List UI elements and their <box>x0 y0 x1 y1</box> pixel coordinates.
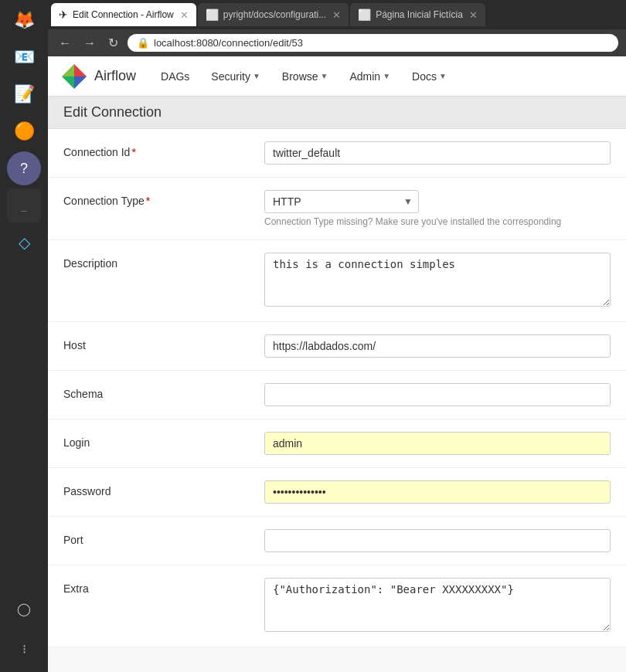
url-text: localhost:8080/connection/edit/53 <box>154 37 303 49</box>
url-bar[interactable]: 🔒 localhost:8080/connection/edit/53 <box>128 34 618 52</box>
description-field: this is a connection simples <box>264 253 611 309</box>
password-input[interactable] <box>264 480 611 504</box>
reload-button[interactable]: ↻ <box>105 34 121 52</box>
password-label: Password <box>63 480 264 497</box>
airflow-logo-text: Airflow <box>94 68 136 84</box>
login-input[interactable] <box>264 432 611 455</box>
host-field <box>264 334 611 358</box>
nav-security[interactable]: Security ▼ <box>202 66 269 87</box>
forward-button[interactable]: → <box>80 35 99 52</box>
connection-id-label: Connection Id* <box>63 141 264 158</box>
security-icon: 🔒 <box>137 37 149 49</box>
extra-field: {"Authorization": "Bearer XXXXXXXXX"} <box>264 578 611 634</box>
port-field <box>264 529 611 552</box>
password-row: Password <box>48 468 626 517</box>
tab-airflow[interactable]: ✈ Edit Connection - Airflow ✕ <box>51 3 196 26</box>
nav-browse-label: Browse <box>282 70 318 83</box>
help-icon[interactable]: ? <box>7 151 41 185</box>
docs-dropdown-arrow: ▼ <box>439 72 447 80</box>
extra-label: Extra <box>63 578 264 595</box>
host-input[interactable] <box>264 334 611 358</box>
tab-pagina-close[interactable]: ✕ <box>469 9 478 21</box>
schema-field <box>264 383 611 406</box>
pyright-tab-favicon: ⬜ <box>206 8 219 21</box>
pagina-tab-favicon: ⬜ <box>358 8 371 21</box>
mail-icon[interactable]: 📧 <box>7 40 41 74</box>
grid-icon[interactable]: ⁝ <box>7 632 41 666</box>
update-icon[interactable]: ◯ <box>7 592 41 626</box>
page-content: Edit Connection Connection Id* Connectio… <box>48 97 626 672</box>
page-header: Edit Connection <box>48 97 626 129</box>
nav-docs[interactable]: Docs ▼ <box>403 66 456 87</box>
admin-dropdown-arrow: ▼ <box>383 72 390 80</box>
port-input[interactable] <box>264 529 611 552</box>
airflow-logo-icon <box>60 63 88 90</box>
tab-pyright-title: pyright/docs/configurati... <box>223 9 326 20</box>
browser-chrome: ✈ Edit Connection - Airflow ✕ ⬜ pyright/… <box>48 0 626 56</box>
airflow-logo: Airflow <box>60 63 136 90</box>
writer-icon[interactable]: 📝 <box>7 77 41 111</box>
sidebar: 🦊 📧 📝 🟠 ? _ ◇ ◯ ⁝ <box>0 0 48 672</box>
svg-marker-2 <box>74 76 87 89</box>
page-title: Edit Connection <box>63 104 611 120</box>
tabs-bar: ✈ Edit Connection - Airflow ✕ ⬜ pyright/… <box>48 0 626 29</box>
nav-dags-label: DAGs <box>161 70 189 83</box>
tab-airflow-close[interactable]: ✕ <box>180 9 189 21</box>
svg-marker-3 <box>62 76 74 89</box>
connection-type-select[interactable]: HTTP <box>264 190 419 213</box>
terminal-icon[interactable]: _ <box>7 188 41 222</box>
login-row: Login <box>48 419 626 468</box>
nav-docs-label: Docs <box>412 70 437 83</box>
connection-type-select-wrapper: HTTP ▼ <box>264 190 419 213</box>
nav-admin-label: Admin <box>349 70 380 83</box>
airflow-tab-favicon: ✈ <box>59 8 68 21</box>
nav-security-label: Security <box>211 70 250 83</box>
login-label: Login <box>63 432 264 449</box>
store-icon[interactable]: 🟠 <box>7 114 41 148</box>
firefox-icon[interactable]: 🦊 <box>7 3 41 37</box>
connection-id-field <box>264 141 611 165</box>
tab-airflow-title: Edit Connection - Airflow <box>73 9 174 20</box>
airflow-navbar: Airflow DAGs Security ▼ Browse ▼ Admin ▼… <box>48 56 626 97</box>
extra-input[interactable]: {"Authorization": "Bearer XXXXXXXXX"} <box>264 578 611 632</box>
extra-row: Extra {"Authorization": "Bearer XXXXXXXX… <box>48 565 626 647</box>
edit-connection-form: Connection Id* Connection Type* HTTP ▼ <box>48 129 626 647</box>
svg-marker-5 <box>74 64 87 76</box>
connection-type-row: Connection Type* HTTP ▼ Connection Type … <box>48 178 626 240</box>
connection-type-label: Connection Type* <box>63 190 264 207</box>
connection-id-input[interactable] <box>264 141 611 165</box>
connection-id-row: Connection Id* <box>48 129 626 178</box>
connection-type-field: HTTP ▼ Connection Type missing? Make sur… <box>264 190 611 227</box>
password-field <box>264 480 611 504</box>
svg-marker-4 <box>62 64 74 76</box>
security-dropdown-arrow: ▼ <box>253 72 260 80</box>
description-label: Description <box>63 253 264 270</box>
browse-dropdown-arrow: ▼ <box>321 72 328 80</box>
port-row: Port <box>48 517 626 565</box>
tab-pagina[interactable]: ⬜ Página Inicial Fictícia ✕ <box>350 3 485 26</box>
description-input[interactable]: this is a connection simples <box>264 253 611 307</box>
connection-id-required: * <box>131 146 135 158</box>
tab-pyright-close[interactable]: ✕ <box>332 9 341 21</box>
schema-label: Schema <box>63 383 264 400</box>
description-row: Description this is a connection simples <box>48 240 626 322</box>
nav-browse[interactable]: Browse ▼ <box>273 66 338 87</box>
tab-pagina-title: Página Inicial Fictícia <box>376 9 463 20</box>
schema-row: Schema <box>48 371 626 419</box>
nav-dags[interactable]: DAGs <box>151 66 199 87</box>
connection-type-required: * <box>146 195 150 207</box>
port-label: Port <box>63 529 264 546</box>
host-row: Host <box>48 322 626 371</box>
back-button[interactable]: ← <box>56 35 74 52</box>
host-label: Host <box>63 334 264 351</box>
login-field <box>264 432 611 455</box>
vscode-icon[interactable]: ◇ <box>7 226 41 260</box>
nav-admin[interactable]: Admin ▼ <box>340 66 400 87</box>
address-bar: ← → ↻ 🔒 localhost:8080/connection/edit/5… <box>48 29 626 56</box>
tab-pyright[interactable]: ⬜ pyright/docs/configurati... ✕ <box>198 3 349 26</box>
browser-main: ✈ Edit Connection - Airflow ✕ ⬜ pyright/… <box>48 0 626 672</box>
schema-input[interactable] <box>264 383 611 406</box>
connection-type-hint: Connection Type missing? Make sure you'v… <box>264 216 611 227</box>
